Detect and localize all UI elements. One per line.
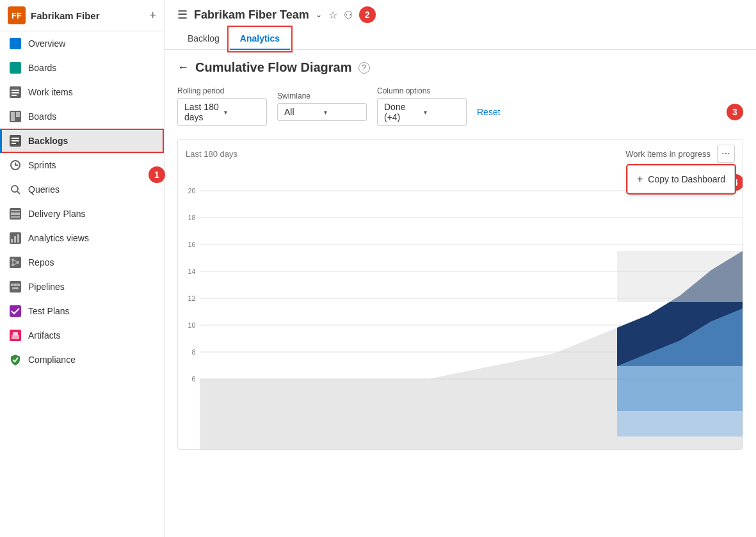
svg-text:14: 14 [188,268,195,275]
svg-rect-41 [13,332,18,335]
sidebar-item-boards-header[interactable]: Boards [0,56,164,80]
svg-line-15 [17,191,20,194]
sidebar-item-overview[interactable]: Overview [0,31,164,56]
copy-dropdown: + Copy to Dashboard [627,165,735,193]
svg-rect-62 [617,251,743,302]
sidebar-item-artifacts[interactable]: Artifacts [0,323,164,348]
copy-to-dashboard-label: Copy to Dashboard [648,174,725,184]
backlogs-icon [9,134,22,147]
rolling-period-caret-icon: ▾ [224,109,260,116]
svg-rect-19 [11,216,20,218]
svg-text:16: 16 [188,241,195,248]
column-options-label: Column options [377,86,467,95]
chart-top-bar: Last 180 days Work items in progress ···… [178,140,743,168]
boards-section-icon [9,61,22,74]
column-options-caret-icon: ▾ [424,109,460,116]
svg-rect-23 [17,234,19,243]
svg-rect-22 [14,236,16,243]
chart-area: 20 18 16 14 12 10 8 6 [178,168,743,449]
test-plans-icon [9,305,22,317]
reset-button[interactable]: Reset [477,107,501,117]
sidebar-item-analytics-views[interactable]: Analytics views [0,226,164,250]
swimlane-caret-icon: ▾ [324,109,360,116]
svg-rect-31 [10,281,21,293]
hamburger-button[interactable]: ☰ [177,8,188,22]
queries-icon [9,183,22,196]
sidebar-item-label: Repos [28,257,54,268]
sidebar-item-test-plans[interactable]: Test Plans [0,299,164,323]
sidebar-item-backlogs[interactable]: Backlogs [0,129,164,153]
filter-bar: Rolling period Last 180 days ▾ Swimlane … [177,86,743,126]
chart-container: Last 180 days Work items in progress ···… [177,139,743,450]
more-options-icon: ··· [721,148,730,159]
page-body: ← Cumulative Flow Diagram ? Rolling peri… [165,50,756,537]
swimlane-select[interactable]: All ▾ [277,103,367,121]
work-items-label: Work items in progress [625,149,711,159]
flow-diagram-svg: 20 18 16 14 12 10 8 6 [178,168,743,449]
add-project-button[interactable]: + [149,9,156,22]
copy-plus-icon: + [637,173,643,185]
svg-rect-3 [12,90,19,91]
team-chevron-icon[interactable]: ⌄ [316,10,322,19]
team-name: Fabrikam Fiber Team [194,8,309,22]
delivery-plans-icon [9,207,22,220]
tab-analytics[interactable]: Analytics [230,28,290,50]
main-content: ☰ Fabrikam Fiber Team ⌄ ☆ ⚇ 2 Backlog An… [165,0,756,537]
sidebar-item-sprints[interactable]: Sprints [0,153,164,177]
sidebar-item-label: Artifacts [28,330,61,341]
main-header: ☰ Fabrikam Fiber Team ⌄ ☆ ⚇ 2 Backlog An… [165,0,756,50]
svg-rect-8 [16,112,20,117]
svg-text:6: 6 [191,375,195,383]
svg-point-27 [17,261,19,264]
svg-rect-34 [17,284,20,286]
svg-marker-61 [617,411,743,437]
pipelines-icon [9,280,22,293]
app-name: Fabrikam Fiber [31,10,144,21]
copy-to-dashboard-button[interactable]: + Copy to Dashboard [628,168,734,190]
favorite-icon[interactable]: ☆ [328,9,337,21]
sidebar-item-pipelines[interactable]: Pipelines [0,275,164,299]
back-button[interactable]: ← [177,61,189,74]
members-icon[interactable]: ⚇ [344,9,353,21]
step-badge-1: 1 [149,166,165,183]
sidebar-item-label: Queries [28,184,60,195]
tab-backlog[interactable]: Backlog [177,28,230,50]
svg-rect-18 [11,210,20,211]
sidebar-item-label: Analytics views [28,233,89,243]
sidebar: FF Fabrikam Fiber + Overview Boards Work… [0,0,165,537]
svg-point-26 [12,264,14,266]
tab-bar: Backlog Analytics [177,28,743,49]
svg-rect-33 [14,284,17,286]
sidebar-item-label: Boards [28,63,56,73]
sidebar-header: FF Fabrikam Fiber + [0,0,164,31]
sidebar-item-compliance[interactable]: Compliance [0,348,164,372]
rolling-period-filter: Rolling period Last 180 days ▾ [177,86,267,126]
swimlane-filter: Swimlane All ▾ [277,92,367,121]
more-options-button[interactable]: ··· [717,145,735,163]
svg-rect-5 [12,95,17,96]
sidebar-item-delivery-plans[interactable]: Delivery Plans [0,202,164,226]
svg-rect-7 [11,112,15,121]
sidebar-item-queries[interactable]: Queries [0,177,164,202]
svg-text:8: 8 [191,348,195,356]
page-title-row: ← Cumulative Flow Diagram ? [177,60,743,75]
sidebar-item-work-items[interactable]: Work items [0,80,164,104]
step-badge-3: 3 [727,104,743,120]
artifacts-icon [9,329,22,342]
column-options-filter: Column options Done (+4) ▾ [377,86,467,126]
sidebar-item-repos[interactable]: Repos [0,250,164,275]
svg-rect-4 [12,92,19,93]
rolling-period-select[interactable]: Last 180 days ▾ [177,98,267,126]
swimlane-label: Swimlane [277,92,367,100]
boards-icon [9,110,22,123]
svg-rect-21 [11,239,13,243]
column-options-select[interactable]: Done (+4) ▾ [377,98,467,126]
overview-icon [9,37,22,50]
page-title: Cumulative Flow Diagram [195,60,352,75]
sidebar-item-label: Sprints [28,160,56,170]
help-icon[interactable]: ? [358,62,370,74]
sidebar-item-boards[interactable]: Boards [0,104,164,129]
sidebar-item-label: Overview [28,38,65,49]
svg-rect-32 [11,284,13,286]
svg-rect-0 [10,38,21,49]
